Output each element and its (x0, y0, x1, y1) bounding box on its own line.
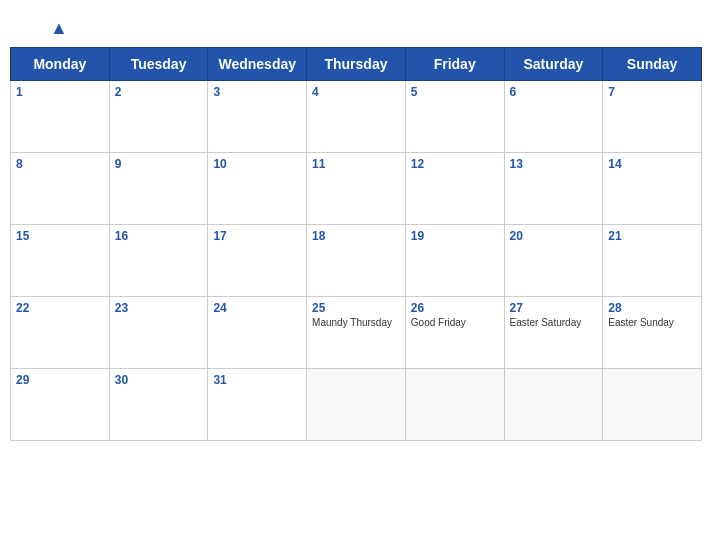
calendar-week-row: 15161718192021 (11, 225, 702, 297)
day-number: 8 (16, 157, 104, 171)
logo: ▲ (20, 18, 100, 39)
day-number: 29 (16, 373, 104, 387)
day-number: 14 (608, 157, 696, 171)
col-header-wednesday: Wednesday (208, 48, 307, 81)
calendar-cell: 21 (603, 225, 702, 297)
calendar-cell: 14 (603, 153, 702, 225)
day-number: 15 (16, 229, 104, 243)
calendar-cell: 7 (603, 81, 702, 153)
col-header-saturday: Saturday (504, 48, 603, 81)
day-number: 31 (213, 373, 301, 387)
calendar-cell: 13 (504, 153, 603, 225)
calendar-cell: 26Good Friday (405, 297, 504, 369)
holiday-name: Easter Sunday (608, 317, 696, 328)
col-header-tuesday: Tuesday (109, 48, 208, 81)
day-number: 22 (16, 301, 104, 315)
calendar-cell: 12 (405, 153, 504, 225)
day-number: 27 (510, 301, 598, 315)
calendar-header: ▲ (10, 10, 702, 43)
col-header-monday: Monday (11, 48, 110, 81)
calendar-cell: 31 (208, 369, 307, 441)
calendar-cell: 18 (307, 225, 406, 297)
day-number: 21 (608, 229, 696, 243)
calendar-cell: 27Easter Saturday (504, 297, 603, 369)
day-number: 7 (608, 85, 696, 99)
holiday-name: Easter Saturday (510, 317, 598, 328)
day-number: 17 (213, 229, 301, 243)
calendar-cell: 25Maundy Thursday (307, 297, 406, 369)
day-number: 2 (115, 85, 203, 99)
calendar-cell: 8 (11, 153, 110, 225)
col-header-friday: Friday (405, 48, 504, 81)
calendar-cell: 9 (109, 153, 208, 225)
calendar-cell: 23 (109, 297, 208, 369)
calendar-cell: 10 (208, 153, 307, 225)
calendar-cell: 6 (504, 81, 603, 153)
calendar-week-row: 22232425Maundy Thursday26Good Friday27Ea… (11, 297, 702, 369)
calendar-cell: 22 (11, 297, 110, 369)
day-number: 4 (312, 85, 400, 99)
calendar-cell: 4 (307, 81, 406, 153)
day-number: 1 (16, 85, 104, 99)
calendar-cell: 15 (11, 225, 110, 297)
day-number: 28 (608, 301, 696, 315)
calendar-cell: 30 (109, 369, 208, 441)
day-number: 12 (411, 157, 499, 171)
calendar-cell: 3 (208, 81, 307, 153)
col-header-thursday: Thursday (307, 48, 406, 81)
day-number: 26 (411, 301, 499, 315)
calendar-cell: 5 (405, 81, 504, 153)
calendar-week-row: 891011121314 (11, 153, 702, 225)
calendar-cell (504, 369, 603, 441)
holiday-name: Maundy Thursday (312, 317, 400, 328)
calendar-cell: 28Easter Sunday (603, 297, 702, 369)
calendar-cell: 17 (208, 225, 307, 297)
day-number: 16 (115, 229, 203, 243)
day-number: 19 (411, 229, 499, 243)
day-number: 5 (411, 85, 499, 99)
day-number: 25 (312, 301, 400, 315)
calendar-table: MondayTuesdayWednesdayThursdayFridaySatu… (10, 47, 702, 441)
calendar-cell: 20 (504, 225, 603, 297)
calendar-cell (405, 369, 504, 441)
day-number: 6 (510, 85, 598, 99)
calendar-cell (307, 369, 406, 441)
calendar-cell: 2 (109, 81, 208, 153)
day-number: 3 (213, 85, 301, 99)
holiday-name: Good Friday (411, 317, 499, 328)
calendar-cell: 16 (109, 225, 208, 297)
calendar-header-row: MondayTuesdayWednesdayThursdayFridaySatu… (11, 48, 702, 81)
logo-bird-icon: ▲ (50, 18, 68, 39)
day-number: 11 (312, 157, 400, 171)
col-header-sunday: Sunday (603, 48, 702, 81)
calendar-week-row: 1234567 (11, 81, 702, 153)
day-number: 20 (510, 229, 598, 243)
day-number: 24 (213, 301, 301, 315)
calendar-cell: 11 (307, 153, 406, 225)
calendar-cell: 29 (11, 369, 110, 441)
day-number: 10 (213, 157, 301, 171)
calendar-cell: 1 (11, 81, 110, 153)
day-number: 30 (115, 373, 203, 387)
calendar-cell: 24 (208, 297, 307, 369)
calendar-cell: 19 (405, 225, 504, 297)
calendar-cell (603, 369, 702, 441)
day-number: 13 (510, 157, 598, 171)
day-number: 18 (312, 229, 400, 243)
day-number: 9 (115, 157, 203, 171)
day-number: 23 (115, 301, 203, 315)
calendar-week-row: 293031 (11, 369, 702, 441)
